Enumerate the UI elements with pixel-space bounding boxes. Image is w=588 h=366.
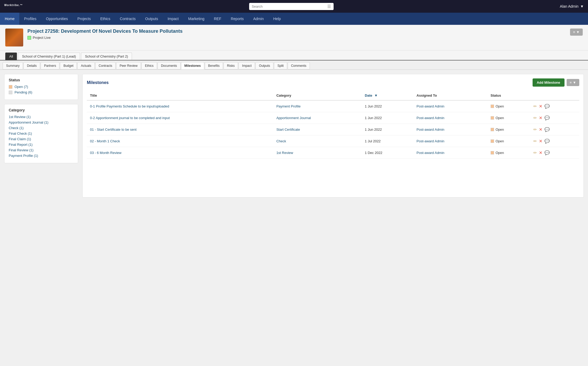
edit-icon-1[interactable]: ✏	[533, 104, 537, 109]
delete-icon-4[interactable]: ✕	[539, 139, 542, 144]
tab-details[interactable]: Details	[23, 62, 40, 69]
status-pending-label[interactable]: Pending (6)	[15, 90, 32, 94]
sidebar-category-apportionment[interactable]: Apportionment Journal (1)	[9, 120, 74, 124]
tab-actuals[interactable]: Actuals	[77, 62, 94, 69]
nav-item-opportunities[interactable]: Opportunities	[41, 13, 73, 25]
col-status[interactable]: Status	[487, 91, 530, 100]
cell-title-5[interactable]: 03 - 6 Month Review	[87, 147, 273, 159]
nav-item-reports[interactable]: Reports	[226, 13, 248, 25]
nav-item-help[interactable]: Help	[268, 13, 286, 25]
delete-icon-2[interactable]: ✕	[539, 115, 542, 120]
delete-icon-3[interactable]: ✕	[539, 127, 542, 132]
milestone-title-link-2[interactable]: 0-2 Apportionment journal to be complete…	[90, 116, 170, 120]
sidebar-category-check[interactable]: Check (1)	[9, 126, 74, 130]
nav-item-outputs[interactable]: Outputs	[140, 13, 163, 25]
tab-milestones[interactable]: Milestones	[181, 62, 204, 69]
search-bar[interactable]: ☰	[249, 3, 334, 10]
edit-icon-3[interactable]: ✏	[533, 127, 537, 132]
cell-assigned-2[interactable]: Post-award Admin	[413, 112, 487, 124]
sidebar-category-final-check[interactable]: Final Check (1)	[9, 132, 74, 135]
milestone-assigned-link-1[interactable]: Post-award Admin	[416, 104, 444, 108]
col-date[interactable]: Date ▼	[362, 91, 413, 100]
tab-summary[interactable]: Summary	[3, 62, 23, 69]
cell-title-4[interactable]: 02 - Month 1 Check	[87, 135, 273, 147]
project-menu-button[interactable]: ≡ ▼	[570, 29, 583, 36]
org-tab-chem1[interactable]: School of Chemistry (Part 1) (Lead)	[18, 53, 80, 60]
col-assigned[interactable]: Assigned To	[413, 91, 487, 100]
milestone-assigned-link-5[interactable]: Post-award Admin	[416, 151, 444, 155]
cell-title-2[interactable]: 0-2 Apportionment journal to be complete…	[87, 112, 273, 124]
milestones-menu-button[interactable]: ≡ ▼	[567, 79, 579, 86]
category-final-check-label[interactable]: Final Check (1)	[9, 132, 32, 135]
nav-item-home[interactable]: Home	[0, 13, 19, 25]
milestone-assigned-link-3[interactable]: Post-award Admin	[416, 128, 444, 132]
project-title[interactable]: Project 27258: Development Of Novel Devi…	[27, 29, 566, 34]
tab-contracts[interactable]: Contracts	[95, 62, 116, 69]
nav-item-marketing[interactable]: Marketing	[183, 13, 209, 25]
milestone-category-link-3[interactable]: Start Certificate	[276, 128, 300, 132]
tab-budget[interactable]: Budget	[60, 62, 77, 69]
cell-assigned-4[interactable]: Post-award Admin	[413, 135, 487, 147]
cell-category-3[interactable]: Start Certificate	[273, 124, 362, 135]
category-1st-review-label[interactable]: 1st Review (1)	[9, 115, 31, 119]
category-apportionment-label[interactable]: Apportionment Journal (1)	[9, 120, 48, 124]
milestone-title-link-1[interactable]: 0-1 Profile Payments Schedule to be inpu…	[90, 104, 169, 108]
sidebar-category-final-review[interactable]: Final Review (1)	[9, 148, 74, 152]
nav-item-ethics[interactable]: Ethics	[96, 13, 115, 25]
comment-icon-5[interactable]: 💬	[544, 150, 550, 155]
cell-title-3[interactable]: 01 - Start Certificate to be sent	[87, 124, 273, 135]
milestone-category-link-4[interactable]: Check	[276, 139, 286, 143]
milestone-title-link-4[interactable]: 02 - Month 1 Check	[90, 139, 120, 143]
milestone-title-link-5[interactable]: 03 - 6 Month Review	[90, 151, 121, 155]
edit-icon-2[interactable]: ✏	[533, 115, 537, 120]
comment-icon-2[interactable]: 💬	[544, 115, 550, 120]
tab-outputs[interactable]: Outputs	[255, 62, 273, 69]
comment-icon-3[interactable]: 💬	[544, 127, 550, 132]
category-check-label[interactable]: Check (1)	[9, 126, 23, 130]
milestone-assigned-link-2[interactable]: Post-award Admin	[416, 116, 444, 120]
cell-category-2[interactable]: Apportionment Journal	[273, 112, 362, 124]
category-final-report-label[interactable]: Final Report (1)	[9, 143, 32, 147]
category-final-review-label[interactable]: Final Review (1)	[9, 148, 34, 152]
delete-icon-1[interactable]: ✕	[539, 104, 542, 109]
tab-partners[interactable]: Partners	[41, 62, 59, 69]
sidebar-category-final-report[interactable]: Final Report (1)	[9, 143, 74, 147]
milestone-category-link-2[interactable]: Apportionment Journal	[276, 116, 311, 120]
cell-category-4[interactable]: Check	[273, 135, 362, 147]
milestone-title-link-3[interactable]: 01 - Start Certificate to be sent	[90, 128, 136, 132]
org-tab-chem2[interactable]: School of Chemistry (Part 2)	[81, 53, 132, 60]
cell-assigned-1[interactable]: Post-award Admin	[413, 100, 487, 112]
comment-icon-4[interactable]: 💬	[544, 139, 550, 144]
milestone-category-link-1[interactable]: Payment Profile	[276, 104, 301, 108]
tab-risks[interactable]: Risks	[224, 62, 238, 69]
comment-icon-1[interactable]: 💬	[544, 104, 550, 109]
org-tab-all[interactable]: All	[5, 53, 17, 60]
cell-title-1[interactable]: 0-1 Profile Payments Schedule to be inpu…	[87, 100, 273, 112]
edit-icon-4[interactable]: ✏	[533, 139, 537, 144]
nav-item-profiles[interactable]: Profiles	[19, 13, 41, 25]
add-milestone-button[interactable]: Add Milestone	[533, 78, 565, 87]
nav-item-admin[interactable]: Admin	[249, 13, 269, 25]
tab-peer-review[interactable]: Peer Review	[116, 62, 141, 69]
category-final-claim-label[interactable]: Final Claim (1)	[9, 137, 31, 141]
status-open-label[interactable]: Open (7)	[15, 85, 28, 89]
cell-category-5[interactable]: 1st Review	[273, 147, 362, 159]
tab-comments[interactable]: Comments	[288, 62, 310, 69]
sidebar-category-1st-review[interactable]: 1st Review (1)	[9, 115, 74, 119]
nav-item-impact[interactable]: Impact	[163, 13, 183, 25]
tab-ethics[interactable]: Ethics	[141, 62, 157, 69]
milestone-assigned-link-4[interactable]: Post-award Admin	[416, 139, 444, 143]
search-input[interactable]	[252, 4, 325, 8]
cell-assigned-3[interactable]: Post-award Admin	[413, 124, 487, 135]
user-menu[interactable]: Alan Admin ▼	[560, 4, 584, 8]
cell-category-1[interactable]: Payment Profile	[273, 100, 362, 112]
delete-icon-5[interactable]: ✕	[539, 150, 542, 155]
cell-assigned-5[interactable]: Post-award Admin	[413, 147, 487, 159]
nav-item-contracts[interactable]: Contracts	[115, 13, 140, 25]
tab-impact[interactable]: Impact	[239, 62, 255, 69]
nav-item-ref[interactable]: REF	[209, 13, 226, 25]
tab-documents[interactable]: Documents	[158, 62, 181, 69]
tab-split[interactable]: Split	[274, 62, 287, 69]
sidebar-category-final-claim[interactable]: Final Claim (1)	[9, 137, 74, 141]
milestone-category-link-5[interactable]: 1st Review	[276, 151, 293, 155]
